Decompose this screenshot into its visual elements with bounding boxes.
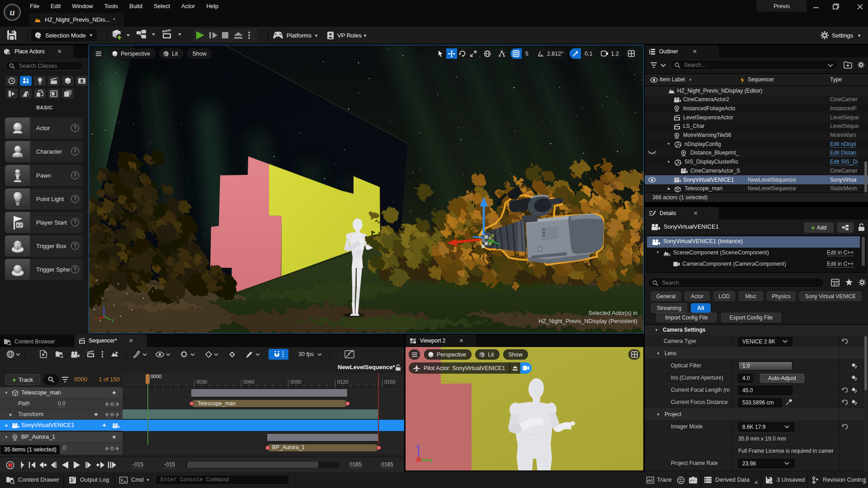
svg-text:Z: Z bbox=[416, 444, 420, 449]
svg-text:Y: Y bbox=[429, 458, 432, 464]
svg-text:Y: Y bbox=[111, 318, 115, 324]
svg-text:u: u bbox=[9, 7, 15, 18]
svg-text:*: * bbox=[95, 316, 97, 322]
svg-text:HZ_Night_Previs_NDisplay (Pers: HZ_Night_Previs_NDisplay (Persistent) bbox=[538, 318, 637, 324]
svg-text:Selected Actor(s) in: Selected Actor(s) in bbox=[589, 310, 637, 316]
